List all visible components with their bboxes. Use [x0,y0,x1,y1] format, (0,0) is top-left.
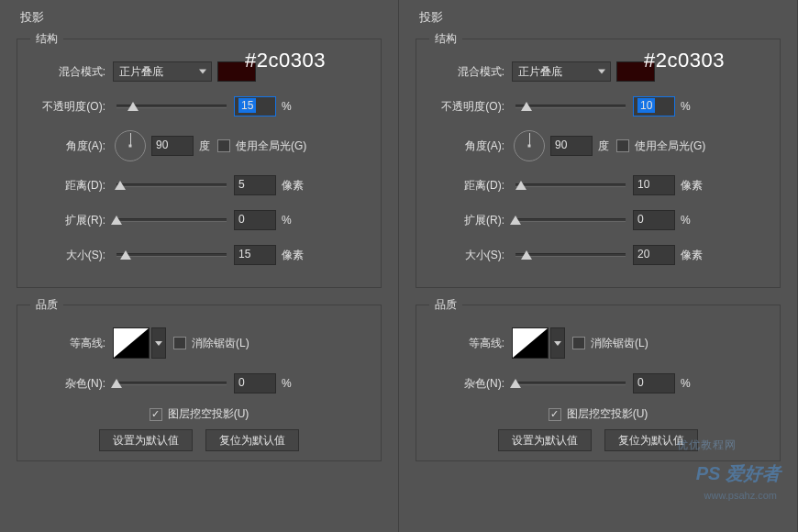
contour-dropdown[interactable] [550,327,565,359]
checkbox-icon[interactable] [173,337,186,349]
opacity-row: 不透明度(O): 15 % [30,94,368,118]
quality-legend: 品质 [429,297,462,313]
contour-swatch[interactable] [512,327,549,359]
blend-mode-select[interactable]: 正片叠底 [113,61,212,82]
size-slider[interactable] [515,253,626,257]
slider-thumb-icon[interactable] [120,250,131,260]
angle-label: 角度(A): [30,139,113,154]
size-input[interactable]: 20 [633,245,675,265]
blend-mode-select[interactable]: 正片叠底 [512,61,611,82]
pixel-unit: 像素 [282,178,304,194]
size-row: 大小(S): 15 像素 [30,243,368,267]
contour-label: 等高线: [429,336,512,351]
knockout-label: 图层挖空投影(U) [168,406,249,422]
blend-mode-label: 混合模式: [30,64,113,80]
contour-label: 等高线: [30,336,113,351]
distance-input[interactable]: 5 [234,175,276,195]
color-annotation: #2c0303 [245,49,326,72]
reset-default-button[interactable]: 复位为默认值 [205,429,299,451]
color-annotation: #2c0303 [644,49,725,72]
pixel-unit: 像素 [681,178,703,194]
distance-input[interactable]: 10 [633,175,675,195]
global-light-option[interactable]: 使用全局光(G) [616,139,705,154]
angle-center-icon [129,145,132,148]
checkbox-checked-icon[interactable] [549,408,561,421]
contour-dropdown[interactable] [151,327,166,359]
slider-thumb-icon[interactable] [510,216,521,225]
slider-thumb-icon[interactable] [111,216,122,225]
slider-thumb-icon[interactable] [111,379,122,388]
slider-thumb-icon[interactable] [510,379,521,388]
global-light-label: 使用全局光(G) [236,139,306,154]
distance-label: 距离(D): [429,178,512,194]
angle-input[interactable]: 90 [151,136,194,156]
opacity-input[interactable]: 10 [633,96,675,116]
slider-thumb-icon[interactable] [127,102,139,111]
spread-label: 扩展(R): [30,213,113,228]
size-input[interactable]: 15 [234,245,276,265]
opacity-input[interactable]: 15 [234,96,276,116]
knockout-label: 图层挖空投影(U) [567,406,648,422]
slider-thumb-icon[interactable] [521,102,532,111]
quality-group: 品质 等高线: 消除锯齿(L) 杂色(N): 0 % 图层挖空投影(U) 设置为… [17,297,382,461]
percent-unit: % [681,377,691,390]
angle-label: 角度(A): [429,139,512,154]
spread-input[interactable]: 0 [633,210,675,230]
spread-slider[interactable] [515,218,626,222]
antialias-option[interactable]: 消除锯齿(L) [173,336,249,351]
size-label: 大小(S): [30,248,113,263]
opacity-row: 不透明度(O): 10 % [429,94,767,118]
slider-thumb-icon[interactable] [115,181,126,190]
slider-thumb-icon[interactable] [515,181,526,190]
angle-unit: 度 [598,139,609,154]
knockout-option[interactable]: 图层挖空投影(U) [429,406,767,422]
blend-mode-label: 混合模式: [429,64,512,80]
noise-input[interactable]: 0 [633,373,675,393]
structure-group: 结构 #2c0303 混合模式: 正片叠底 不透明度(O): 10 % 角度(A… [416,31,781,288]
set-default-button[interactable]: 设置为默认值 [498,429,592,451]
structure-legend: 结构 [30,31,63,47]
panel-title: 投影 [20,9,382,26]
percent-unit: % [282,214,292,227]
opacity-slider[interactable] [515,105,626,108]
global-light-option[interactable]: 使用全局光(G) [217,139,306,154]
size-slider[interactable] [116,253,227,257]
angle-input[interactable]: 90 [550,136,593,156]
set-default-button[interactable]: 设置为默认值 [99,429,193,451]
distance-slider[interactable] [116,183,227,187]
knockout-option[interactable]: 图层挖空投影(U) [30,406,368,422]
percent-unit: % [282,100,292,113]
spread-input[interactable]: 0 [234,210,276,230]
antialias-option[interactable]: 消除锯齿(L) [572,336,648,351]
contour-swatch[interactable] [113,327,150,359]
slider-thumb-icon[interactable] [521,250,532,260]
distance-label: 距离(D): [30,178,113,194]
chevron-down-icon [199,70,206,74]
noise-input[interactable]: 0 [234,373,276,393]
chevron-down-icon [598,70,605,74]
angle-row: 角度(A): 90 度 使用全局光(G) [30,129,368,162]
opacity-slider[interactable] [116,105,227,108]
angle-dial[interactable] [514,130,545,161]
spread-row: 扩展(R): 0 % [30,208,368,232]
watermark-text: 优优教程网 [677,438,737,453]
distance-row: 距离(D): 10 像素 [429,173,767,197]
noise-row: 杂色(N): 0 % [30,371,368,395]
noise-label: 杂色(N): [429,376,512,392]
watermark-logo: PS 爱好者 [696,461,781,486]
size-row: 大小(S): 20 像素 [429,243,767,267]
percent-unit: % [681,214,691,227]
angle-row: 角度(A): 90 度 使用全局光(G) [429,129,767,162]
angle-dial[interactable] [115,130,146,161]
noise-slider[interactable] [515,382,626,385]
spread-slider[interactable] [116,218,227,222]
checkbox-checked-icon[interactable] [150,408,162,421]
checkbox-icon[interactable] [217,139,230,152]
distance-slider[interactable] [515,183,626,187]
checkbox-icon[interactable] [616,139,629,152]
checkbox-icon[interactable] [572,337,585,349]
watermark-url: www.psahz.com [704,490,777,501]
opacity-label: 不透明度(O): [429,99,512,115]
percent-unit: % [282,377,292,390]
noise-slider[interactable] [116,382,227,385]
